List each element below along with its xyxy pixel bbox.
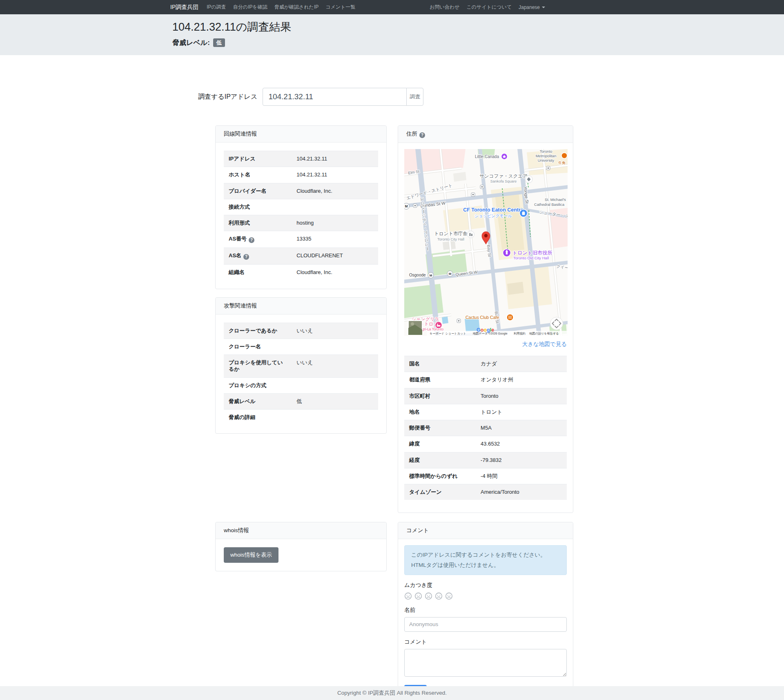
brand-link[interactable]: IP調査兵団 [170,4,198,11]
row-label: 市区町村 [404,388,476,404]
row-label: 組織名 [224,265,292,281]
poi-label: CF Toronto Eaton Centre [463,207,523,213]
table-row: 経度 -79.3832 [404,452,567,468]
row-value: M5A [476,420,567,436]
attack-info-card: 攻撃関連情報 クローラーであるか いいえ クローラー名 プロキシを使用しているか… [215,297,387,434]
poi-label: トロント旧市役所 [512,250,552,256]
table-row: 組織名 Cloudflare, Inc. [224,265,378,281]
show-whois-button[interactable]: whois情報を表示 [224,547,278,563]
row-label: 経度 [404,452,476,468]
table-row: 脅威の詳細 [224,410,378,426]
row-value: いいえ [292,355,378,378]
row-value [292,339,378,354]
restaurant-icon [507,314,513,321]
nav-item-ip-search[interactable]: IPの調査 [207,4,226,11]
row-value: -4 時間 [476,468,567,484]
angry-face-icon[interactable] [414,592,422,600]
poi-label: Toronto City Hall [437,237,464,241]
row-label: 緯度 [404,436,476,452]
table-row: AS番号? 13335 [224,231,378,248]
table-row: 標準時間からのずれ -4 時間 [404,468,567,484]
help-icon[interactable]: ? [243,254,249,260]
main-content: 回線関連情報 IPアドレス 104.21.32.11 ホスト名 104.21.3… [215,125,784,700]
table-row: 接続方式 [224,199,378,215]
page-header: 104.21.32.11の調査結果 脅威レベル: 低 [0,14,784,55]
row-value: hosting [292,215,378,231]
larger-map-link[interactable]: 大きな地図で見る [522,341,567,347]
language-dropdown[interactable]: Japanese [519,4,545,10]
copyright-text: Copyright © IP調査兵団 All Rights Reserved. [337,689,447,697]
anger-rating-label: ムカつき度 [404,582,567,589]
table-row: プロバイダー名 Cloudflare, Inc. [224,183,378,199]
footer: Copyright © IP調査兵団 All Rights Reserved. [0,686,784,700]
nav-item-comments[interactable]: コメント一覧 [325,4,355,11]
subway-icon: M [449,272,452,276]
angry-face-icon[interactable] [445,592,453,600]
attack-info-table: クローラーであるか いいえ クローラー名 プロキシを使用しているか いいえ プロ… [224,323,378,426]
row-label: 脅威の詳細 [224,410,292,426]
row-label: 郵便番号 [404,420,476,436]
ip-search-button[interactable]: 調査 [406,88,423,106]
nav-item-contact[interactable]: お問い合わせ [430,4,459,11]
row-value: America/Toronto [476,484,567,500]
row-value: 低 [292,393,378,409]
subway-icon: M [405,204,408,208]
line-info-card: 回線関連情報 IPアドレス 104.21.32.11 ホスト名 104.21.3… [215,125,387,289]
table-row: 脅威レベル 低 [224,393,378,409]
row-value: いいえ [292,323,378,339]
address-table: 国名 カナダ 都道府県 オンタリオ州 市区町村 Toronto 地名 トロント … [404,356,567,500]
comment-guideline-alert: このIPアドレスに関するコメントをお寄せください。 HTMLタグは使用いただけま… [404,545,567,575]
row-value: オンタリオ州 [476,372,567,388]
pan-control[interactable] [550,317,563,330]
poi-label: Toronto Old City Hall [513,256,549,260]
help-icon[interactable]: ? [419,132,425,138]
poi-label: ショッピングモール [474,214,512,218]
subway-icon: M [430,274,432,277]
chevron-down-icon [542,7,545,8]
angry-face-icon[interactable] [435,592,443,600]
map-link-row: 大きな地図で見る [404,340,567,348]
table-row: 利用形式 hosting [224,215,378,231]
nav-item-about[interactable]: このサイトについて [466,4,512,11]
row-value: 104.21.32.11 [292,167,378,183]
row-value: Cloudflare, Inc. [292,265,378,281]
threat-level-badge: 低 [213,38,225,47]
page-title: 104.21.32.11の調査結果 [172,20,784,34]
ip-search-label: 調査するIPアドレス [198,93,257,101]
row-value: CLOUDFLARENET [292,248,378,265]
table-row: IPアドレス 104.21.32.11 [224,151,378,167]
map-attribution[interactable]: キーボード ショートカット地図データ ©2026 Google利用規約地図の誤り… [430,332,559,335]
nav-item-threat-ips[interactable]: 脅威が確認されたIP [274,4,318,11]
poi-label: St. Michael's [545,198,566,202]
table-row: プロキシを使用しているか いいえ [224,355,378,378]
google-map[interactable]: Elm St エドワード・ストリート Dundas St W Queen St … [404,149,568,336]
angry-face-icon[interactable] [404,592,412,600]
angry-face-icon[interactable] [425,592,432,600]
row-value: Cloudflare, Inc. [292,183,378,199]
address-header: 住所? [398,126,573,143]
restaurant-icon [561,153,567,158]
comment-textarea[interactable] [404,649,567,677]
name-input[interactable] [404,617,567,632]
row-label: プロキシの方式 [224,377,292,393]
row-label: 国名 [404,356,476,372]
row-label: 標準時間からのずれ [404,468,476,484]
street-view-thumbnail[interactable] [408,321,422,335]
anger-rating [404,592,567,600]
poi-label: Little Canada [475,154,499,159]
row-label: プロバイダー名 [224,183,292,199]
row-label: ホスト名 [224,167,292,183]
comment-header: コメント [398,522,573,539]
row-value: Toronto [476,388,567,404]
table-row: 緯度 43.6532 [404,436,567,452]
row-value: 104.21.32.11 [292,151,378,167]
table-row: ホスト名 104.21.32.11 [224,167,378,183]
help-icon[interactable]: ? [249,237,254,243]
comment-label: コメント [404,638,567,646]
nav-item-my-ip[interactable]: 自分のIPを確認 [233,4,267,11]
ip-search-input[interactable] [263,88,407,106]
row-label: クローラーであるか [224,323,292,339]
row-label: 接続方式 [224,199,292,215]
name-label: 名前 [404,606,567,614]
table-row: 地名 トロント [404,404,567,420]
